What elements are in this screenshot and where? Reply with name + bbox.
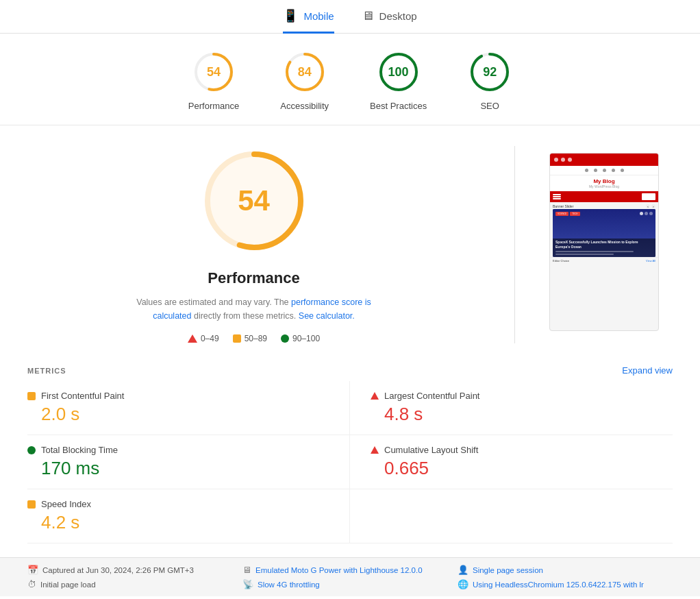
- tbt-indicator: [27, 446, 36, 454]
- best-practices-circle: 100: [377, 50, 421, 94]
- footer-captured: 📅 Captured at Jun 30, 2024, 2:26 PM GMT+…: [27, 565, 242, 575]
- main-content: 54 Performance Values are estimated and …: [0, 125, 700, 357]
- metric-si: Speed Index 4.2 s: [27, 489, 350, 543]
- tab-desktop-label: Desktop: [379, 10, 417, 22]
- device-link[interactable]: Emulated Moto G Power with Lighthouse 12…: [255, 566, 423, 574]
- left-panel: 54 Performance Values are estimated and …: [27, 146, 480, 343]
- metrics-grid: First Contentful Paint 2.0 s Largest Con…: [27, 381, 673, 543]
- network-icon: 📡: [242, 579, 253, 589]
- captured-text: Captured at Jun 30, 2024, 2:26 PM GMT+3: [42, 566, 194, 574]
- performance-label: Performance: [188, 101, 239, 111]
- lcp-name: Largest Contentful Paint: [384, 391, 479, 401]
- page-load-text: Initial page load: [40, 580, 96, 589]
- browser-icon: 🌐: [458, 579, 468, 589]
- session-link[interactable]: Single page session: [473, 566, 543, 574]
- tab-desktop[interactable]: 🖥 Desktop: [362, 8, 417, 34]
- performance-score: 54: [207, 65, 221, 80]
- big-performance-circle: 54: [199, 146, 309, 256]
- performance-main-title: Performance: [208, 269, 300, 287]
- green-dot-icon: [281, 334, 289, 343]
- fcp-value: 2.0 s: [27, 404, 329, 425]
- cls-name: Cumulative Layout Shift: [384, 445, 478, 455]
- metric-cls: Cumulative Layout Shift 0.665: [350, 435, 673, 489]
- lcp-indicator: [371, 392, 379, 400]
- best-practices-label: Best Practices: [370, 101, 427, 111]
- performance-description: Values are estimated and may vary. The p…: [124, 295, 384, 323]
- tab-mobile[interactable]: 📱 Mobile: [283, 8, 334, 34]
- accessibility-circle: 84: [283, 50, 327, 94]
- expand-view-button[interactable]: Expand view: [622, 365, 673, 376]
- footer-browser: 🌐 Using HeadlessChromium 125.0.6422.175 …: [458, 579, 673, 589]
- legend-green-range: 90–100: [292, 334, 320, 343]
- monitor-icon: 🖥: [242, 565, 251, 575]
- orange-square-icon: [233, 334, 241, 343]
- fcp-name: First Contentful Paint: [41, 391, 124, 401]
- tbt-name: Total Blocking Time: [41, 445, 118, 455]
- si-name: Speed Index: [41, 499, 91, 509]
- score-legend: 0–49 50–89 90–100: [188, 334, 320, 343]
- cls-indicator: [371, 446, 379, 454]
- performance-circle: 54: [192, 50, 236, 94]
- legend-orange-range: 50–89: [245, 334, 267, 343]
- desc-text: Values are estimated and may vary. The: [136, 297, 288, 307]
- legend-green: 90–100: [281, 334, 320, 343]
- throttling-link[interactable]: Slow 4G throttling: [258, 580, 320, 589]
- timer-icon: ⏱: [27, 579, 36, 589]
- cls-value: 0.665: [371, 458, 673, 479]
- metric-empty: [350, 489, 673, 543]
- red-triangle-icon: [188, 334, 197, 343]
- user-icon: 👤: [458, 565, 468, 575]
- footer-throttling: 📡 Slow 4G throttling: [242, 579, 458, 589]
- seo-circle: 92: [468, 50, 512, 94]
- seo-score: 92: [483, 65, 497, 80]
- footer-bar: 📅 Captured at Jun 30, 2024, 2:26 PM GMT+…: [0, 557, 700, 596]
- accessibility-label: Accessibility: [280, 101, 329, 111]
- footer-device: 🖥 Emulated Moto G Power with Lighthouse …: [242, 565, 458, 575]
- si-value: 4.2 s: [27, 512, 329, 533]
- footer-grid: 📅 Captured at Jun 30, 2024, 2:26 PM GMT+…: [27, 565, 673, 589]
- accessibility-score: 84: [298, 65, 312, 80]
- score-seo[interactable]: 92 SEO: [468, 50, 512, 111]
- metrics-header: METRICS Expand view: [27, 357, 673, 381]
- calendar-icon: 📅: [27, 565, 38, 575]
- fcp-indicator: [27, 392, 36, 400]
- metrics-section: METRICS Expand view First Contentful Pai…: [0, 357, 700, 557]
- vertical-divider: [514, 146, 515, 343]
- metric-fcp: First Contentful Paint 2.0 s: [27, 381, 350, 435]
- score-best-practices[interactable]: 100 Best Practices: [370, 50, 427, 111]
- big-performance-score: 54: [238, 184, 270, 217]
- tab-bar: 📱 Mobile 🖥 Desktop: [0, 0, 700, 34]
- desktop-icon: 🖥: [362, 9, 374, 23]
- browser-link[interactable]: Using HeadlessChromium 125.0.6422.175 wi…: [473, 580, 644, 589]
- scores-bar: 54 Performance 84 Accessibility 100 Best…: [0, 34, 700, 125]
- best-practices-score: 100: [388, 65, 409, 80]
- legend-red: 0–49: [188, 334, 219, 343]
- calculator-link[interactable]: See calculator.: [299, 311, 355, 321]
- metric-tbt: Total Blocking Time 170 ms: [27, 435, 350, 489]
- footer-page-load: ⏱ Initial page load: [27, 579, 242, 589]
- site-preview: My Blog My WordPress Blog Banner Slider: [549, 153, 659, 331]
- seo-label: SEO: [480, 101, 499, 111]
- tab-mobile-label: Mobile: [303, 10, 334, 22]
- lcp-value: 4.8 s: [371, 404, 673, 425]
- legend-orange: 50–89: [233, 334, 267, 343]
- metric-lcp: Largest Contentful Paint 4.8 s: [350, 381, 673, 435]
- score-accessibility[interactable]: 84 Accessibility: [280, 50, 329, 111]
- si-indicator: [27, 500, 36, 509]
- right-panel: My Blog My WordPress Blog Banner Slider: [549, 153, 673, 343]
- footer-session: 👤 Single page session: [458, 565, 673, 575]
- metrics-title: METRICS: [27, 367, 66, 375]
- tbt-value: 170 ms: [27, 458, 329, 479]
- legend-red-range: 0–49: [201, 334, 219, 343]
- mobile-icon: 📱: [283, 8, 298, 23]
- score-performance[interactable]: 54 Performance: [188, 50, 239, 111]
